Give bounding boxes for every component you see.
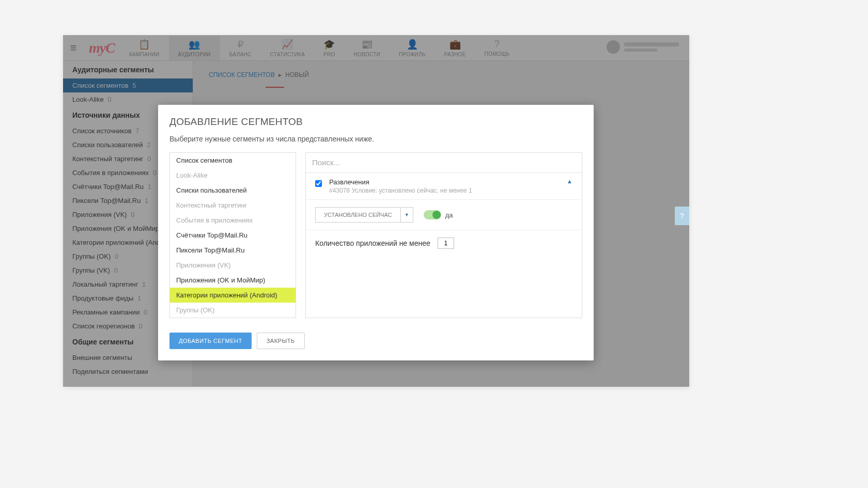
- toggle-switch[interactable]: [424, 210, 441, 219]
- quantity-input[interactable]: [438, 238, 454, 249]
- segment-checkbox[interactable]: [315, 180, 322, 187]
- modal-subtitle: Выберите нужные сегменты из числа предст…: [169, 135, 582, 143]
- segment-type-item[interactable]: Пиксели Top@Mail.Ru: [170, 243, 296, 258]
- segment-result-row[interactable]: Развлечения #43078 Условие: установлено …: [306, 173, 582, 200]
- segment-type-item: Приложения (VK): [170, 258, 296, 273]
- segment-type-item[interactable]: Списки пользователей: [170, 183, 296, 198]
- segment-result-meta: #43078 Условие: установлено сейчас, не м…: [329, 187, 560, 194]
- collapse-icon[interactable]: ▲: [567, 178, 572, 184]
- segment-type-list: Список сегментовLook-AlikeСписки пользов…: [169, 152, 296, 318]
- quantity-row: Количество приложений не менее: [306, 230, 582, 256]
- segment-type-item: Группы (OK): [170, 303, 296, 318]
- segment-controls: УСТАНОВЛЕНО СЕЙЧАС ▼ да: [306, 200, 582, 230]
- toggle-label: да: [445, 211, 453, 219]
- modal-footer: ДОБАВИТЬ СЕГМЕНТ ЗАКРЫТЬ: [169, 333, 582, 349]
- close-button[interactable]: ЗАКРЫТЬ: [257, 333, 305, 349]
- segment-type-item[interactable]: Приложения (OK и МойМир): [170, 273, 296, 288]
- condition-dropdown[interactable]: УСТАНОВЛЕНО СЕЙЧАС ▼: [315, 207, 413, 223]
- add-segment-button[interactable]: ДОБАВИТЬ СЕГМЕНТ: [169, 333, 252, 349]
- segment-details-panel: Развлечения #43078 Условие: установлено …: [305, 152, 582, 318]
- modal-title: ДОБАВЛЕНИЕ СЕГМЕНТОВ: [169, 116, 582, 128]
- dropdown-label: УСТАНОВЛЕНО СЕЙЧАС: [316, 208, 400, 222]
- segment-type-item: Look-Alike: [170, 168, 296, 183]
- segment-result-title: Развлечения: [329, 178, 560, 186]
- search-box: [306, 153, 582, 173]
- segment-type-item[interactable]: Список сегментов: [170, 153, 296, 168]
- search-input[interactable]: [312, 158, 576, 167]
- quantity-label: Количество приложений не менее: [315, 239, 430, 247]
- help-tab[interactable]: ?: [675, 207, 689, 225]
- segment-type-item: Контекстный таргетинг: [170, 198, 296, 213]
- segment-type-item[interactable]: Счётчики Top@Mail.Ru: [170, 228, 296, 243]
- segment-type-item: События в приложениях: [170, 213, 296, 228]
- toggle-wrap: да: [424, 210, 453, 219]
- segment-type-item[interactable]: Категории приложений (Android): [170, 288, 296, 303]
- chevron-down-icon: ▼: [400, 208, 413, 222]
- add-segments-modal: ДОБАВЛЕНИЕ СЕГМЕНТОВ Выберите нужные сег…: [158, 105, 594, 360]
